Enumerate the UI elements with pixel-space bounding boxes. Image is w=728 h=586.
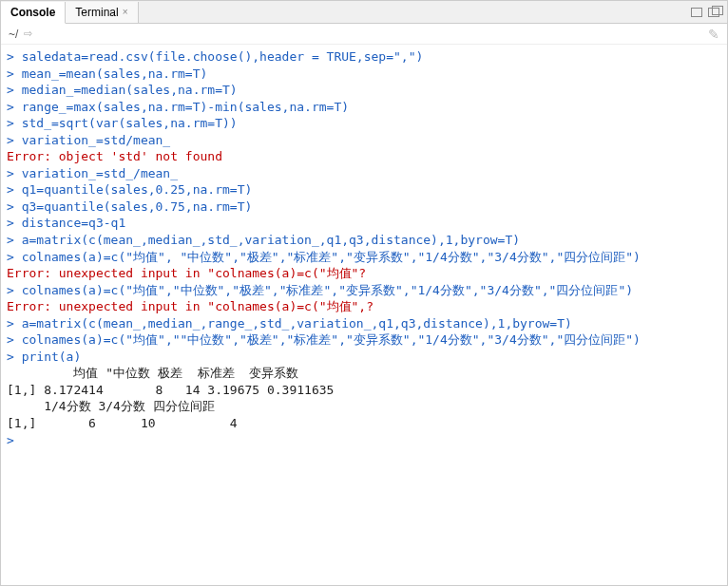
cwd-label: ~/ [9,28,18,41]
line-text: a=matrix(c(mean_,median_,range_,std_,var… [22,316,572,331]
line-text: 均值 "中位数 极差 标准差 变异系数 [7,366,298,380]
console-output-line: [1,] 6 10 4 [7,415,721,432]
prompt: > [7,250,22,264]
console-input-line: > q3=quantile(sales,0.75,na.rm=T) [7,198,721,216]
line-text: 1/4分数 3/4分数 四分位间距 [7,399,215,413]
tab-terminal[interactable]: Terminal × [66,2,138,23]
line-text: colnames(a)=c("均值",""中位数","极差","标准差","变异… [22,332,641,347]
console-output-line: 1/4分数 3/4分数 四分位间距 [7,398,721,415]
prompt: > [7,116,22,130]
prompt: > [7,216,22,230]
line-text: Error: unexpected input in "colnames(a)=… [7,266,366,280]
line-text: colnames(a)=c("均值", "中位数","极差","标准差","变异… [22,250,641,264]
line-text: q1=quantile(sales,0.25,na.rm=T) [22,182,253,197]
line-text: distance=q3-q1 [22,216,126,230]
line-text: variation_=std/mean_ [22,133,171,147]
console-output[interactable]: > saledata=read.csv(file.choose(),header… [1,45,727,585]
tab-bar: Console Terminal × [1,1,727,24]
console-input-line: > colnames(a)=c("均值","中位数","极差","标准差","变… [7,282,721,299]
console-input-line: > variation_=std_/mean_ [7,165,721,182]
console-input-line: > distance=q3-q1 [7,215,721,232]
console-input-line: > colnames(a)=c("均值",""中位数","极差","标准差","… [7,331,721,349]
line-text: Error: unexpected input in "colnames(a)=… [7,299,374,313]
close-icon[interactable]: × [123,7,128,17]
prompt: > [7,100,22,114]
console-input-line: > colnames(a)=c("均值", "中位数","极差","标准差","… [7,249,721,266]
console-error-line: Error: unexpected input in "colnames(a)=… [7,265,721,282]
line-text: Error: object 'std' not found [7,149,222,163]
prompt: > [7,332,22,347]
tab-label: Console [10,6,55,19]
toolbar-left: ~/ ⇨ [9,28,708,41]
console-input-line: > [7,432,721,449]
window-controls [691,8,727,17]
prompt: > [7,182,22,197]
prompt: > [7,283,22,297]
console-input-line: > range_=max(sales,na.rm=T)-min(sales,na… [7,99,721,116]
prompt: > [7,83,22,97]
tab-console[interactable]: Console [1,2,66,24]
restore-icon[interactable] [708,8,719,17]
line-text: saledata=read.csv(file.choose(),header =… [22,49,424,64]
tab-label: Terminal [75,6,118,19]
console-input-line: > a=matrix(c(mean_,median_,range_,std_,v… [7,315,721,332]
console-error-line: Error: unexpected input in "colnames(a)=… [7,298,721,315]
console-output-line: [1,] 8.172414 8 14 3.19675 0.3911635 [7,382,721,399]
console-input-line: > q1=quantile(sales,0.25,na.rm=T) [7,181,721,198]
prompt: > [7,233,22,247]
line-text: colnames(a)=c("均值","中位数","极差","标准差","变异系… [22,283,633,297]
line-text: [1,] 6 10 4 [7,416,238,430]
console-panel: Console Terminal × ~/ ⇨ ✎ > saledata=rea… [0,0,728,586]
line-text: a=matrix(c(mean_,median_,std_,variation_… [22,233,520,247]
console-toolbar: ~/ ⇨ ✎ [1,24,727,45]
console-input-line: > variation_=std/mean_ [7,132,721,149]
prompt: > [7,133,22,147]
prompt: > [7,350,22,364]
prompt: > [7,433,22,447]
prompt: > [7,166,22,180]
line-text: mean_=mean(sales,na.rm=T) [22,66,208,81]
prompt: > [7,199,22,214]
prompt: > [7,66,22,81]
line-text: variation_=std_/mean_ [22,166,178,180]
line-text: median_=median(sales,na.rm=T) [22,83,238,97]
prompt: > [7,49,22,64]
console-input-line: > median_=median(sales,na.rm=T) [7,82,721,99]
line-text: [1,] 8.172414 8 14 3.19675 0.3911635 [7,383,334,397]
clear-console-icon[interactable]: ✎ [708,27,719,42]
console-input-line: > saledata=read.csv(file.choose(),header… [7,48,721,66]
console-output-line: 均值 "中位数 极差 标准差 变异系数 [7,365,721,382]
console-input-line: > print(a) [7,349,721,366]
console-input-line: > a=matrix(c(mean_,median_,std_,variatio… [7,232,721,249]
console-error-line: Error: object 'std' not found [7,148,721,165]
line-text: q3=quantile(sales,0.75,na.rm=T) [22,199,253,214]
console-input-line: > std_=sqrt(var(sales,na.rm=T)) [7,115,721,132]
prompt: > [7,316,22,331]
minimize-icon[interactable] [691,8,702,17]
console-input-line: > mean_=mean(sales,na.rm=T) [7,66,721,83]
nav-arrow-icon[interactable]: ⇨ [24,28,32,40]
line-text: std_=sqrt(var(sales,na.rm=T)) [22,116,238,130]
line-text: print(a) [22,350,82,364]
line-text: range_=max(sales,na.rm=T)-min(sales,na.r… [22,100,349,114]
